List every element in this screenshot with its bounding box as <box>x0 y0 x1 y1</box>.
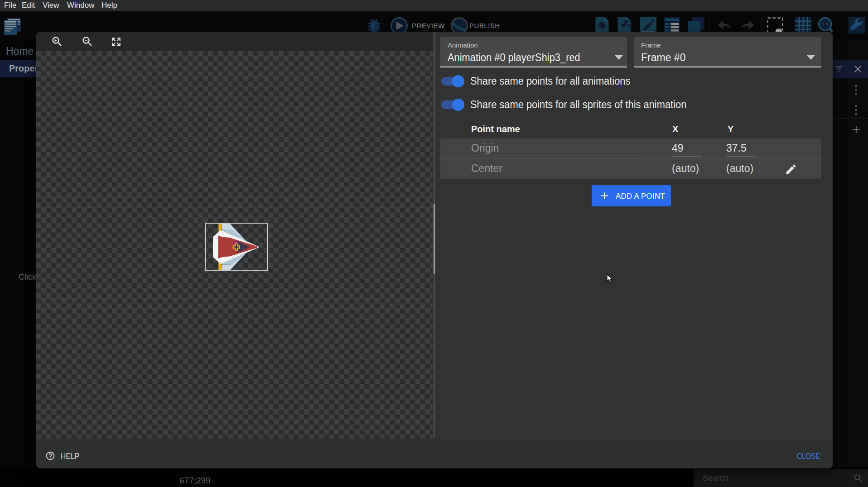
svg-text:1:1: 1:1 <box>822 22 829 27</box>
